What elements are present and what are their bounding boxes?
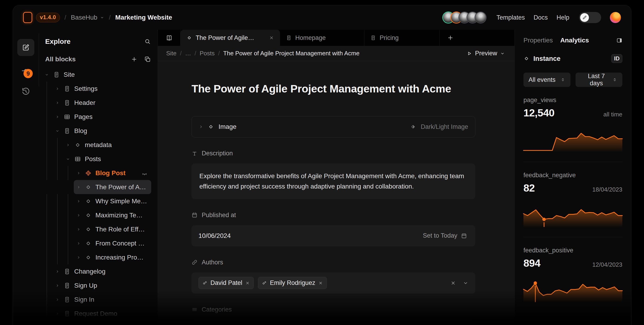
authors-input[interactable]: David Patel Emily Rodriguez: [192, 272, 475, 294]
tree-chevron-icon[interactable]: [55, 101, 60, 105]
tree-chevron-icon[interactable]: [76, 241, 81, 246]
tree-chevron-icon[interactable]: [76, 171, 81, 175]
tree-chevron-icon[interactable]: [55, 129, 60, 133]
tree-chevron-icon[interactable]: [76, 227, 81, 232]
tree-chevron-icon[interactable]: [55, 87, 60, 91]
pending-changes-button[interactable]: 9: [21, 66, 30, 77]
avatar[interactable]: [475, 12, 486, 23]
tree-chevron-icon[interactable]: [76, 185, 81, 189]
profile-avatar[interactable]: [610, 12, 621, 23]
panel-toggle-icon[interactable]: [616, 37, 622, 43]
tree-item[interactable]: Increasing Pro…: [39, 250, 158, 264]
tree-block-icon: [64, 86, 70, 92]
tree-chevron-icon[interactable]: [55, 312, 60, 316]
tree-block-icon: [85, 240, 92, 247]
tree-block-icon: [74, 156, 81, 162]
category-chip[interactable]: Productivity: [198, 324, 246, 325]
pencil-square-icon: [22, 44, 30, 52]
tree-item[interactable]: From Concept …: [39, 236, 158, 250]
history-button[interactable]: [21, 87, 30, 97]
tree-item[interactable]: Header: [39, 96, 158, 110]
tab-the-power-of-agile[interactable]: The Power of Agile…: [180, 30, 280, 46]
tree-block-icon: [64, 128, 70, 134]
tree-item[interactable]: Sign Up: [39, 278, 158, 292]
author-chip[interactable]: David Patel: [198, 277, 254, 289]
remove-chip-icon[interactable]: [318, 281, 323, 285]
author-chip[interactable]: Emily Rodriguez: [258, 277, 327, 289]
tree-chevron-icon[interactable]: [76, 256, 81, 260]
published-at-input[interactable]: 10/06/2024 Set to Today: [192, 225, 475, 246]
events-filter-select[interactable]: All events: [524, 72, 570, 87]
edit-tool-button[interactable]: [17, 39, 34, 56]
tree-item[interactable]: The Role of Eff…: [39, 222, 158, 236]
tree-item[interactable]: Why Simple Me…: [39, 194, 158, 208]
updown-icon: [560, 77, 566, 82]
remove-chip-icon[interactable]: [245, 281, 250, 285]
preview-button[interactable]: Preview: [465, 50, 506, 57]
tab-properties[interactable]: Properties: [524, 37, 553, 44]
image-variant-label: Dark/Light Image: [421, 123, 468, 130]
metric-meta: 12/04/2023: [592, 261, 622, 268]
search-button[interactable]: [144, 38, 151, 45]
breadcrumb-item[interactable]: …: [185, 50, 191, 57]
nav-help[interactable]: Help: [556, 14, 569, 21]
set-to-today-button[interactable]: Set to Today: [421, 232, 468, 240]
presence-avatars: [443, 12, 486, 23]
breadcrumb-item[interactable]: Posts: [200, 50, 214, 57]
doc-icon: [370, 35, 376, 40]
tree-item[interactable]: Site: [39, 68, 158, 82]
tree-item[interactable]: Sign In: [39, 292, 158, 306]
chevron-right-icon[interactable]: [199, 124, 203, 129]
chevron-down-icon[interactable]: [463, 280, 468, 286]
tree-item[interactable]: Posts: [39, 152, 158, 166]
toggle-knob: [580, 13, 589, 22]
metric-name: feedback_negative: [524, 172, 622, 179]
tree-chevron-icon[interactable]: [66, 143, 70, 147]
clear-field-icon[interactable]: [450, 280, 456, 286]
tree-item[interactable]: metadata: [39, 138, 158, 152]
tree-chevron-icon[interactable]: [55, 115, 60, 119]
new-tab-button[interactable]: [440, 30, 461, 46]
range-filter-select[interactable]: Last 7 days: [576, 72, 622, 87]
tree-chevron-icon[interactable]: [55, 298, 60, 302]
description-input[interactable]: Explore the transformative benefits of A…: [192, 164, 475, 199]
hidden-eye-icon[interactable]: [142, 170, 148, 176]
tab-homepage[interactable]: Homepage: [280, 30, 364, 46]
tree-item[interactable]: Pages: [39, 110, 158, 124]
breadcrumb-separator: /: [109, 14, 111, 21]
categories-input[interactable]: Productivity: [192, 320, 475, 325]
tab-pricing[interactable]: Pricing: [364, 30, 440, 46]
tree-item[interactable]: Settings: [39, 82, 158, 96]
library-tab[interactable]: [158, 30, 180, 46]
tree-chevron-icon[interactable]: [55, 270, 60, 274]
tree-item[interactable]: The Power of A…: [74, 180, 151, 194]
image-block[interactable]: Image Dark/Light Image: [192, 116, 475, 138]
tree-chevron-icon[interactable]: [66, 157, 70, 161]
tree-item[interactable]: Maximizing Te…: [39, 208, 158, 222]
breadcrumb-item[interactable]: Site: [166, 50, 176, 57]
nav-templates[interactable]: Templates: [496, 14, 525, 21]
search-icon: [144, 38, 151, 45]
add-block-button[interactable]: [131, 56, 137, 62]
id-badge[interactable]: ID: [611, 54, 622, 63]
workspace-switcher[interactable]: BaseHub: [71, 14, 104, 21]
tree-item[interactable]: Footer: [39, 320, 158, 325]
edit-mode-toggle[interactable]: [579, 12, 601, 23]
close-tab-icon[interactable]: [269, 35, 274, 40]
tree-block-icon: [85, 198, 92, 204]
tree-item[interactable]: Changelog: [39, 264, 158, 278]
tree-chevron-icon[interactable]: [76, 213, 81, 217]
tree-chevron-icon[interactable]: [45, 72, 49, 77]
tree-item[interactable]: Request Demo: [39, 306, 158, 320]
app-logo-icon[interactable]: [23, 12, 32, 23]
tree-item-label: From Concept …: [96, 240, 144, 247]
duplicate-button[interactable]: [144, 56, 151, 62]
play-icon: [466, 51, 472, 56]
tree-item[interactable]: Blog Post: [39, 166, 158, 180]
tab-analytics[interactable]: Analytics: [560, 37, 589, 44]
tree-item[interactable]: Blog: [39, 124, 158, 138]
tree-chevron-icon[interactable]: [55, 284, 60, 288]
tree-chevron-icon[interactable]: [76, 199, 81, 203]
nav-docs[interactable]: Docs: [534, 14, 548, 21]
tree-item-label: Maximizing Te…: [96, 212, 143, 219]
